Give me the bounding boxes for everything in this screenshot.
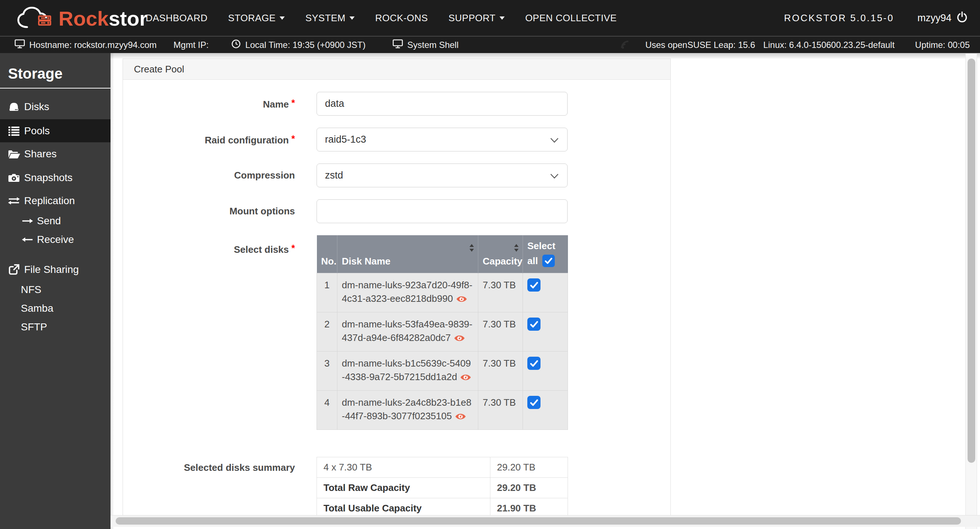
panel-title: Create Pool xyxy=(123,59,670,80)
select-all-checkbox[interactable] xyxy=(542,255,555,267)
table-row: 1 dm-name-luks-923a7d20-49f8-4c31-a323-e… xyxy=(317,273,568,313)
version-label: ROCKSTOR 5.0.15-0 xyxy=(784,13,894,24)
disk-no: 1 xyxy=(317,273,337,313)
summary-value-raw: 29.20 TB xyxy=(490,478,568,498)
disk-capacity: 7.30 TB xyxy=(478,391,523,430)
name-label: Name* xyxy=(123,91,317,116)
hostname-item: Hostname: rockstor.mzyy94.com xyxy=(14,39,157,51)
sort-icon[interactable] xyxy=(514,243,519,255)
disk-name: dm-name-luks-923a7d20-49f8-4c31-a323-eec… xyxy=(337,273,478,313)
disk-select-cell xyxy=(523,273,568,313)
disks-table: No. Disk Name Capacity xyxy=(317,235,568,430)
top-navbar: Rockstor DASHBOARD STORAGE SYSTEM ROCK-O… xyxy=(0,0,980,36)
col-header-select-all: Select all xyxy=(523,235,568,273)
create-pool-panel: Create Pool Name* Raid configuration* ra… xyxy=(123,59,671,516)
rockstor-logo[interactable]: Rockstor xyxy=(16,6,148,32)
disk-checkbox[interactable] xyxy=(527,278,541,292)
disk-capacity: 7.30 TB xyxy=(478,313,523,351)
sort-icon[interactable] xyxy=(469,243,474,255)
disk-no: 3 xyxy=(317,351,337,391)
chevron-down-icon xyxy=(550,138,558,144)
sidebar-heading: Storage xyxy=(0,53,110,89)
eye-icon[interactable] xyxy=(456,294,467,305)
sidebar-item-sftp[interactable]: SFTP xyxy=(0,315,110,338)
caret-down-icon xyxy=(280,16,285,20)
mgmt-ip-item: Mgmt IP: xyxy=(173,40,208,50)
disk-capacity: 7.30 TB xyxy=(478,351,523,391)
summary-row-disks: 4 x 7.30 TB 29.20 TB xyxy=(317,457,568,478)
kernel-info: Linux: 6.4.0-150600.23.25-default xyxy=(764,40,895,50)
disk-name: dm-name-luks-b1c5639c-5409-4338-9a72-5b7… xyxy=(337,351,478,391)
summary-name: Total Raw Capacity xyxy=(317,478,490,498)
caret-down-icon xyxy=(350,16,355,20)
disk-select-cell xyxy=(523,351,568,391)
nav-support[interactable]: SUPPORT xyxy=(448,13,504,24)
os-info: Uses openSUSE Leap: 15.6 xyxy=(645,40,755,50)
summary-label: Selected disks summary xyxy=(123,457,317,519)
sidebar-item-replication[interactable]: Replication xyxy=(0,189,110,212)
pool-name-input[interactable] xyxy=(317,92,568,116)
table-row: 3 dm-name-luks-b1c5639c-5409-4338-9a72-5… xyxy=(317,351,568,391)
summary-table: 4 x 7.30 TB 29.20 TB Total Raw Capacity … xyxy=(317,457,568,519)
select-disks-label: Select disks* xyxy=(123,235,317,255)
sidebar-item-disks[interactable]: Disks xyxy=(0,95,110,118)
cloud-server-logo-icon xyxy=(16,6,56,32)
disk-checkbox[interactable] xyxy=(527,396,541,409)
username: mzyy94 xyxy=(918,13,951,24)
raid-config-label: Raid configuration* xyxy=(123,127,317,152)
nav-open-collective[interactable]: OPEN COLLECTIVE xyxy=(525,13,617,24)
sidebar-item-shares[interactable]: Shares xyxy=(0,142,110,165)
nav-rock-ons[interactable]: ROCK-ONS xyxy=(375,13,428,24)
compression-select[interactable]: zstd xyxy=(317,164,568,187)
eye-icon[interactable] xyxy=(454,334,465,345)
summary-row-raw: Total Raw Capacity 29.20 TB xyxy=(317,478,568,498)
sidebar-item-file-sharing[interactable]: File Sharing xyxy=(0,258,110,281)
nav-storage[interactable]: STORAGE xyxy=(228,13,285,24)
col-header-capacity[interactable]: Capacity xyxy=(478,235,523,273)
sidebar-item-snapshots[interactable]: Snapshots xyxy=(0,166,110,189)
eye-icon[interactable] xyxy=(455,412,466,423)
hdd-icon xyxy=(7,102,21,112)
chevron-down-icon xyxy=(550,173,558,180)
monitor-icon xyxy=(14,39,25,51)
user-menu[interactable]: mzyy94 xyxy=(918,11,967,25)
disk-capacity: 7.30 TB xyxy=(478,273,523,313)
compression-label: Compression xyxy=(123,164,317,187)
caret-down-icon xyxy=(500,16,504,20)
camera-icon xyxy=(7,173,21,183)
mount-options-input[interactable] xyxy=(317,199,568,223)
system-shell-link[interactable]: System Shell xyxy=(393,39,458,51)
summary-name: 4 x 7.30 TB xyxy=(317,457,490,478)
disk-select-cell xyxy=(523,391,568,430)
vertical-scrollbar-thumb[interactable] xyxy=(967,59,975,463)
table-row: 2 dm-name-luks-53fa49ea-9839-437d-a94e-6… xyxy=(317,313,568,351)
uptime: Uptime: 00:05 xyxy=(915,40,970,50)
mount-options-label: Mount options xyxy=(123,199,317,223)
disk-name: dm-name-luks-2a4c8b23-b1e8-44f7-893b-307… xyxy=(337,391,478,430)
horizontal-scrollbar-thumb[interactable] xyxy=(116,517,961,524)
folder-open-icon xyxy=(7,149,21,159)
share-square-icon xyxy=(7,264,21,275)
brand-text: Rockstor xyxy=(59,8,148,29)
clock-icon xyxy=(231,39,241,51)
sidebar: Storage Disks Pools Shares Snapshots Rep… xyxy=(0,53,110,529)
eye-icon[interactable] xyxy=(460,373,471,384)
nav-system[interactable]: SYSTEM xyxy=(305,13,355,24)
sidebar-item-pools[interactable]: Pools xyxy=(0,119,110,142)
rss-icon xyxy=(620,38,633,52)
nav-dashboard[interactable]: DASHBOARD xyxy=(146,13,207,24)
required-asterisk: * xyxy=(291,98,295,108)
col-header-no: No. xyxy=(317,235,337,273)
power-icon[interactable] xyxy=(956,11,967,25)
main-nav: DASHBOARD STORAGE SYSTEM ROCK-ONS SUPPOR… xyxy=(146,0,617,36)
sidebar-item-receive[interactable]: Receive xyxy=(0,228,110,251)
disk-checkbox[interactable] xyxy=(527,318,541,331)
summary-value: 29.20 TB xyxy=(490,457,568,478)
raid-config-select[interactable]: raid5-1c3 xyxy=(317,128,568,151)
main-content: Create Pool Name* Raid configuration* ra… xyxy=(110,53,980,529)
col-header-disk-name[interactable]: Disk Name xyxy=(337,235,478,273)
monitor-icon xyxy=(393,39,403,51)
required-asterisk: * xyxy=(291,243,295,253)
disk-name: dm-name-luks-53fa49ea-9839-437d-a94e-6f8… xyxy=(337,313,478,351)
disk-checkbox[interactable] xyxy=(527,357,541,370)
